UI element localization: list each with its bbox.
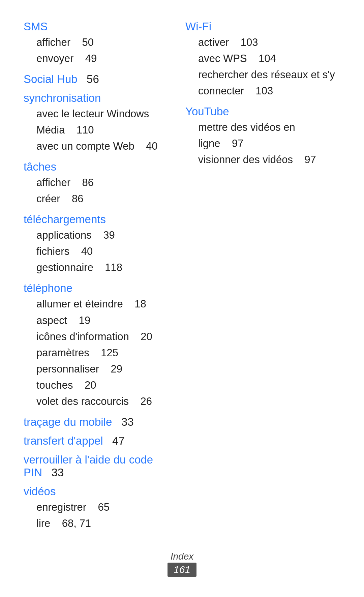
index-section-telechargements: téléchargements applications 39 fichiers… xyxy=(24,213,172,276)
index-heading-socialhub: Social Hub 56 xyxy=(24,73,172,86)
index-subitem: avec un compte Web 40 xyxy=(24,138,172,154)
right-column: Wi-Fi activer 103 avec WPS 104 recherche… xyxy=(182,20,340,538)
index-heading-telechargements: téléchargements xyxy=(24,213,172,226)
index-subitem: paramètres 125 xyxy=(24,345,172,361)
index-heading-sms: SMS xyxy=(24,20,172,33)
index-section-synchronisation: synchronisation avec le lecteur WindowsM… xyxy=(24,92,172,154)
index-heading-wifi: Wi-Fi xyxy=(185,20,340,33)
index-subitem: applications 39 xyxy=(24,227,172,243)
index-subitem: afficher 86 xyxy=(24,175,172,191)
index-heading-verrouiller: verrouiller à l'aide du codePIN 33 xyxy=(24,453,172,479)
index-section-videos: vidéos enregistrer 65 lire 68, 71 xyxy=(24,485,172,532)
index-section-youtube: YouTube mettre des vidéos enligne 97 vis… xyxy=(185,105,340,168)
footer-page-number: 161 xyxy=(168,563,196,577)
index-subitem: aspect 19 xyxy=(24,312,172,329)
index-subitem: visionner des vidéos 97 xyxy=(185,152,340,168)
index-subitem: touches 20 xyxy=(24,377,172,393)
index-heading-videos: vidéos xyxy=(24,485,172,498)
index-subitem: personnaliser 29 xyxy=(24,361,172,377)
index-subitem: envoyer 49 xyxy=(24,51,172,67)
index-subitem: créer 86 xyxy=(24,191,172,207)
index-section-verrouiller: verrouiller à l'aide du codePIN 33 xyxy=(24,453,172,479)
index-heading-synchronisation: synchronisation xyxy=(24,92,172,105)
index-subitem: rechercher des réseaux et s'yconnecter 1… xyxy=(185,67,340,99)
index-section-sms: SMS afficher 50 envoyer 49 xyxy=(24,20,172,67)
index-subitem: volet des raccourcis 26 xyxy=(24,393,172,410)
index-subitem: fichiers 40 xyxy=(24,243,172,260)
index-subitem: avec WPS 104 xyxy=(185,51,340,67)
index-heading-taches: tâches xyxy=(24,160,172,173)
index-heading-youtube: YouTube xyxy=(185,105,340,118)
index-heading-transfert: transfert d'appel 47 xyxy=(24,435,172,447)
index-subitem: gestionnaire 118 xyxy=(24,260,172,276)
index-subitem: avec le lecteur WindowsMédia 110 xyxy=(24,106,172,138)
index-subitem: afficher 50 xyxy=(24,34,172,51)
page-footer: Index 161 xyxy=(0,551,364,577)
index-section-telephone: téléphone allumer et éteindre 18 aspect … xyxy=(24,282,172,409)
left-column: SMS afficher 50 envoyer 49 Social Hub 56… xyxy=(24,20,182,538)
index-subitem: activer 103 xyxy=(185,34,340,51)
footer-label: Index xyxy=(0,551,364,562)
index-subitem: icônes d'information 20 xyxy=(24,329,172,345)
index-section-transfert: transfert d'appel 47 xyxy=(24,435,172,447)
index-subitem: allumer et éteindre 18 xyxy=(24,296,172,312)
index-heading-telephone: téléphone xyxy=(24,282,172,295)
index-section-tracage: traçage du mobile 33 xyxy=(24,416,172,428)
index-subitem: enregistrer 65 xyxy=(24,499,172,515)
index-subitem: lire 68, 71 xyxy=(24,515,172,532)
index-subitem: mettre des vidéos enligne 97 xyxy=(185,119,340,152)
index-section-taches: tâches afficher 86 créer 86 xyxy=(24,160,172,207)
index-heading-tracage: traçage du mobile 33 xyxy=(24,416,172,428)
index-section-wifi: Wi-Fi activer 103 avec WPS 104 recherche… xyxy=(185,20,340,99)
index-section-socialhub: Social Hub 56 xyxy=(24,73,172,86)
